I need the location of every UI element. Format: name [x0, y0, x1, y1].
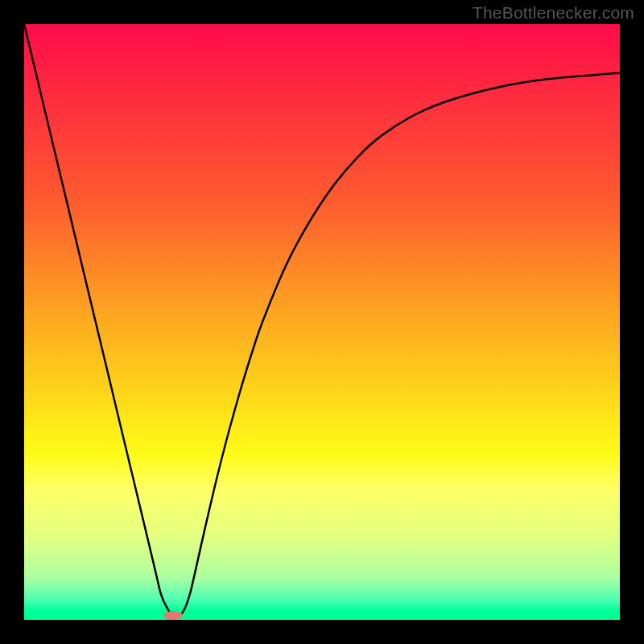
site-attribution: TheBottlenecker.com	[473, 3, 634, 23]
plot-area	[24, 24, 620, 620]
bottleneck-chart	[24, 24, 620, 620]
gradient-background	[24, 24, 620, 620]
chart-frame	[0, 0, 644, 644]
optimal-marker	[163, 611, 183, 620]
